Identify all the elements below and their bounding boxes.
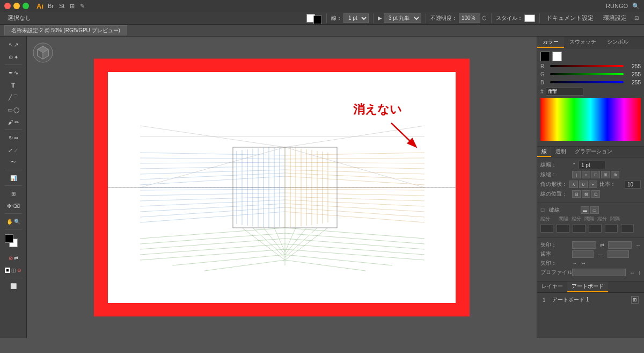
hand-tool[interactable]: ✋ 🔍 bbox=[3, 215, 24, 227]
lt-sep6 bbox=[5, 229, 22, 229]
pen-icon[interactable]: ✎ bbox=[80, 3, 85, 10]
view-cube[interactable] bbox=[32, 42, 54, 63]
st-icon[interactable]: St bbox=[59, 3, 64, 9]
dash-input5[interactable] bbox=[605, 224, 618, 233]
brush-tool[interactable]: 🖌 ✏ bbox=[3, 116, 24, 128]
env-settings-button[interactable]: 環境設定 bbox=[599, 13, 631, 23]
fg-color-box[interactable] bbox=[540, 52, 550, 61]
grid-icon[interactable]: ⊞ bbox=[70, 3, 75, 10]
svg-line-48 bbox=[285, 173, 425, 179]
layer-name[interactable]: アートボード 1 bbox=[552, 296, 629, 304]
profile-flip2[interactable]: ↕ bbox=[638, 270, 641, 276]
arrow-swap[interactable]: ⇄ bbox=[600, 242, 604, 248]
document-tab[interactable]: 名称未設定-2 @ 50% (RGB/GPU プレビュー) bbox=[4, 25, 127, 35]
dash-style2[interactable]: ▭ bbox=[590, 206, 599, 214]
join-bevel[interactable]: ⌐ bbox=[589, 181, 597, 188]
line-icon: ╱ bbox=[9, 95, 12, 100]
fill-swatch[interactable] bbox=[304, 11, 324, 25]
none-fill[interactable]: ⊘ ⇄ bbox=[3, 252, 24, 264]
rotate-tool[interactable]: ↻ ⇔ bbox=[3, 132, 24, 143]
color-section: R 255 G 255 B 255 # bbox=[537, 48, 644, 147]
layer-visibility[interactable]: ⊞ bbox=[631, 296, 639, 304]
fill-stroke-toggle[interactable]: ■ ◫ ⊘ bbox=[3, 264, 24, 276]
dash-style1[interactable]: ▬ bbox=[581, 206, 589, 214]
weight-input[interactable] bbox=[579, 161, 605, 169]
ratio-input[interactable] bbox=[625, 180, 641, 189]
scale-tool[interactable]: ⤢ ⟋ bbox=[3, 144, 24, 156]
dash-checkbox[interactable]: ☐ bbox=[540, 207, 545, 213]
doc-settings-button[interactable]: ドキュメント設定 bbox=[542, 13, 598, 23]
lt-sep7 bbox=[5, 278, 22, 278]
align-center[interactable]: ⊟ bbox=[572, 190, 581, 198]
stroke-color[interactable] bbox=[313, 16, 322, 24]
arrow-scale-icon: ↔ bbox=[635, 242, 641, 248]
graph-tool[interactable]: 📊 bbox=[3, 172, 24, 184]
weight-up[interactable]: ⌃ bbox=[572, 162, 576, 168]
tab-stroke[interactable]: 線 bbox=[537, 147, 551, 157]
gradient-box: ◫ bbox=[11, 268, 16, 273]
dash-input4[interactable] bbox=[589, 224, 602, 233]
tip-icon1[interactable]: → bbox=[572, 261, 577, 266]
tip-end-input[interactable] bbox=[608, 250, 629, 258]
magic-wand-tool[interactable]: ⊙ ✦ bbox=[3, 51, 24, 63]
search-icon[interactable]: 🔍 bbox=[632, 3, 640, 10]
tip-start-input[interactable] bbox=[572, 250, 594, 258]
b-slider[interactable] bbox=[550, 81, 624, 84]
tip-icon2[interactable]: ↣ bbox=[581, 261, 586, 266]
fg-swatch[interactable] bbox=[5, 234, 13, 243]
select-tool[interactable]: ↖ ↗ bbox=[3, 39, 24, 51]
profile-select[interactable] bbox=[572, 269, 626, 276]
tab-gradient[interactable]: グラデーション bbox=[570, 147, 617, 157]
join-extra2[interactable]: ⊕ bbox=[611, 171, 619, 178]
color-spectrum[interactable] bbox=[540, 98, 641, 141]
join-round[interactable]: ∪ bbox=[579, 181, 588, 188]
line-tool[interactable]: ╱ ⌒ bbox=[3, 91, 24, 103]
dash-input2[interactable] bbox=[557, 224, 569, 233]
br-icon[interactable]: Br bbox=[48, 3, 54, 9]
align-outside[interactable]: ⊡ bbox=[591, 190, 600, 198]
style-swatch[interactable] bbox=[524, 15, 535, 22]
profile-flip1[interactable]: ↔ bbox=[630, 270, 635, 276]
point-select[interactable]: 3 pt 丸単 bbox=[384, 13, 421, 23]
gradient-tool[interactable]: ⊞ bbox=[3, 188, 24, 199]
artboard-tool[interactable]: ⬜ bbox=[3, 280, 24, 292]
hex-row: # bbox=[540, 88, 641, 96]
svg-line-77 bbox=[285, 228, 296, 252]
tab-layers[interactable]: レイヤー bbox=[537, 282, 567, 292]
dash-input6[interactable] bbox=[621, 224, 634, 233]
close-button[interactable] bbox=[4, 3, 11, 9]
type-tool[interactable]: T bbox=[3, 79, 24, 91]
tab-artboards[interactable]: アートボード bbox=[567, 282, 608, 292]
cap-square[interactable]: □ bbox=[591, 171, 600, 178]
warp-tool[interactable]: 〜 bbox=[3, 156, 24, 168]
tab-transparency[interactable]: 透明 bbox=[551, 147, 570, 157]
cap-round[interactable]: ○ bbox=[582, 171, 590, 178]
tab-symbols[interactable]: シンボル bbox=[602, 37, 634, 48]
eyedropper-tool[interactable]: ✤ ⌫ bbox=[3, 200, 24, 212]
arrow-start-select[interactable] bbox=[572, 241, 596, 249]
shape-tool[interactable]: ▭ ◯ bbox=[3, 104, 24, 116]
cap-butt[interactable]: | bbox=[572, 171, 581, 178]
minimize-button[interactable] bbox=[13, 3, 20, 9]
dash-input1[interactable] bbox=[540, 224, 553, 233]
join-miter[interactable]: ∧ bbox=[569, 181, 578, 188]
pen-tool[interactable]: ✒ ∿ bbox=[3, 67, 24, 78]
maximize-button[interactable] bbox=[23, 3, 29, 9]
artboard-inner: 消えない bbox=[108, 72, 456, 303]
arrow-end-select[interactable] bbox=[608, 241, 632, 249]
extra-icon1[interactable]: ⊡ bbox=[634, 15, 639, 21]
join-extra1[interactable]: ⊞ bbox=[601, 171, 610, 178]
tab-color[interactable]: カラー bbox=[537, 37, 564, 48]
g-slider[interactable] bbox=[550, 73, 624, 76]
bg-color-box[interactable] bbox=[552, 52, 562, 61]
r-slider[interactable] bbox=[550, 65, 624, 68]
ai-logo: Ai bbox=[36, 2, 43, 10]
stroke-weight-select[interactable]: 1 pt bbox=[343, 13, 369, 23]
hex-input[interactable] bbox=[546, 88, 583, 96]
tab-swatches[interactable]: スウォッチ bbox=[564, 37, 602, 48]
right-panel: カラー スウォッチ シンボル R 255 G 255 bbox=[537, 37, 644, 338]
swap-icon: ⇄ bbox=[14, 255, 18, 261]
opacity-input[interactable] bbox=[459, 13, 480, 23]
dash-input3[interactable] bbox=[573, 224, 586, 233]
align-inside[interactable]: ⊠ bbox=[582, 190, 590, 198]
